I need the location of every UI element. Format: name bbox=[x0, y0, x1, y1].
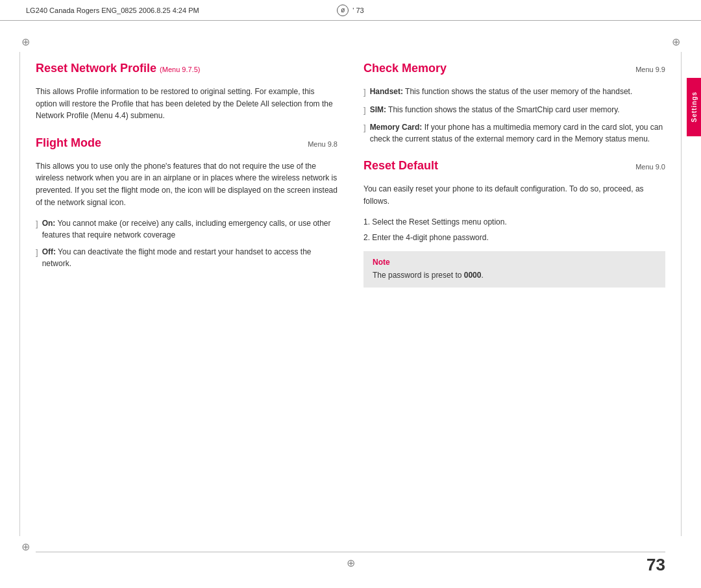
section-reset-network-profile-title-row: Reset Network Profile (Menu 9.7.5) bbox=[36, 62, 338, 80]
cross-bottom-left bbox=[19, 541, 31, 552]
left-column: Reset Network Profile (Menu 9.7.5) This … bbox=[36, 36, 338, 549]
check-memory-handset-text: Handset: This function shows the status … bbox=[370, 86, 633, 99]
bullet-marker-handset: ] bbox=[363, 86, 366, 99]
flight-mode-bullet-on: ] On: You cannot make (or receive) any c… bbox=[36, 217, 338, 241]
handset-bold: Handset: bbox=[370, 87, 403, 96]
reset-default-menu-label: Menu 9.0 bbox=[635, 163, 665, 171]
bottom-decorative-line bbox=[36, 552, 665, 552]
sim-bold: SIM: bbox=[370, 105, 386, 114]
reset-default-body: You can easily reset your phone to its d… bbox=[363, 183, 665, 207]
flight-mode-title: Flight Mode bbox=[36, 136, 101, 150]
right-decorative-line bbox=[681, 52, 682, 536]
page-number: 73 bbox=[646, 555, 665, 575]
top-bar-left-text: LG240 Canada Rogers ENG_0825 2006.8.25 4… bbox=[26, 6, 337, 14]
cross-top-left bbox=[19, 36, 31, 47]
top-bar-right-text: ' 73 bbox=[352, 6, 363, 14]
reset-network-profile-title: Reset Network Profile (Menu 9.7.5) bbox=[36, 62, 200, 75]
bullet-marker-off: ] bbox=[36, 246, 38, 269]
reset-network-profile-title-text: Reset Network Profile bbox=[36, 62, 156, 75]
section-check-memory: Check Memory Menu 9.9 ] Handset: This fu… bbox=[363, 62, 665, 145]
note-box: Note The password is preset to 0000. bbox=[363, 251, 665, 288]
bullet-marker-on: ] bbox=[36, 217, 38, 241]
flight-mode-menu-label: Menu 9.8 bbox=[308, 140, 338, 148]
flight-mode-on-text: On: You cannot make (or receive) any cal… bbox=[42, 217, 338, 241]
reset-network-profile-menu-small: (Menu 9.7.5) bbox=[160, 66, 200, 73]
settings-tab-label: Settings bbox=[691, 92, 698, 122]
cross-bottom-center bbox=[345, 557, 356, 569]
top-bar: LG240 Canada Rogers ENG_0825 2006.8.25 4… bbox=[0, 0, 701, 21]
flight-mode-bullet-off: ] Off: You can deactivate the flight mod… bbox=[36, 246, 338, 269]
flight-mode-body: This allows you to use only the phone's … bbox=[36, 160, 338, 208]
top-bar-circle: ø bbox=[337, 5, 349, 16]
reset-default-title: Reset Default bbox=[363, 159, 438, 173]
main-content: Reset Network Profile (Menu 9.7.5) This … bbox=[36, 36, 665, 549]
check-memory-sim-text: SIM: This function shows the status of t… bbox=[370, 104, 620, 117]
note-body-post: . bbox=[481, 271, 483, 280]
check-memory-bullet-handset: ] Handset: This function shows the statu… bbox=[363, 86, 665, 99]
reset-default-step2: 2. Enter the 4-digit phone password. bbox=[363, 232, 665, 244]
bullet-marker-memcard: ] bbox=[363, 121, 366, 145]
section-reset-network-profile: Reset Network Profile (Menu 9.7.5) This … bbox=[36, 62, 338, 122]
check-memory-menu-label: Menu 9.9 bbox=[635, 66, 665, 73]
flight-mode-off-bold: Off: bbox=[42, 247, 56, 256]
check-memory-bullet-memcard: ] Memory Card: If your phone has a multi… bbox=[363, 121, 665, 145]
right-column: Check Memory Menu 9.9 ] Handset: This fu… bbox=[363, 36, 665, 549]
note-body-pre: The password is preset to bbox=[373, 271, 464, 280]
settings-tab: Settings bbox=[687, 78, 701, 136]
check-memory-memcard-text: Memory Card: If your phone has a multime… bbox=[370, 121, 665, 145]
left-decorative-line bbox=[19, 52, 20, 536]
flight-mode-off-text: Off: You can deactivate the flight mode … bbox=[42, 246, 338, 269]
memcard-bold: Memory Card: bbox=[370, 123, 423, 132]
note-body-bold: 0000 bbox=[464, 271, 482, 280]
check-memory-title: Check Memory bbox=[363, 62, 447, 75]
reset-default-title-row: Reset Default Menu 9.0 bbox=[363, 159, 665, 178]
cross-top-right bbox=[670, 36, 682, 47]
reset-network-profile-body: This allows Profile information to be re… bbox=[36, 86, 338, 122]
top-bar-center: ø ' 73 bbox=[337, 5, 363, 16]
flight-mode-on-bold: On: bbox=[42, 219, 56, 228]
note-body: The password is preset to 0000. bbox=[373, 269, 656, 281]
reset-default-step1: 1. Select the Reset Settings menu option… bbox=[363, 216, 665, 228]
check-memory-bullet-sim: ] SIM: This function shows the status of… bbox=[363, 104, 665, 117]
bullet-marker-sim: ] bbox=[363, 104, 366, 117]
note-title: Note bbox=[373, 258, 656, 267]
section-reset-default: Reset Default Menu 9.0 You can easily re… bbox=[363, 159, 665, 288]
flight-mode-title-row: Flight Mode Menu 9.8 bbox=[36, 136, 338, 155]
check-memory-title-row: Check Memory Menu 9.9 bbox=[363, 62, 665, 80]
section-flight-mode: Flight Mode Menu 9.8 This allows you to … bbox=[36, 136, 338, 269]
